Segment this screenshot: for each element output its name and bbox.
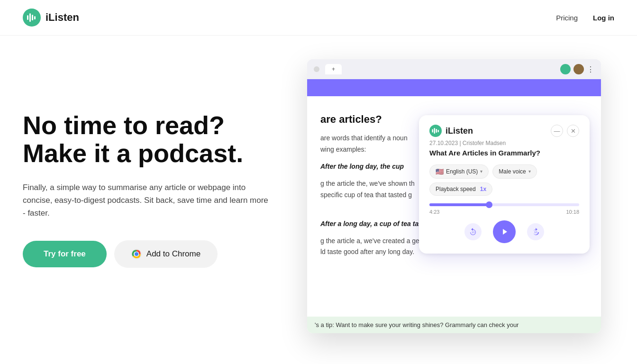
popup-minimize-button[interactable]: — [551, 125, 563, 137]
playback-label: Playback speed [436, 186, 476, 192]
browser-bar: + ⋮ [307, 59, 601, 79]
language-select[interactable]: 🇺🇸 English (US) ▾ [429, 164, 489, 179]
popup-time-row: 4:23 10:18 [429, 209, 579, 215]
add-to-chrome-label: Add to Chrome [146, 249, 200, 259]
svg-rect-3 [32, 15, 33, 20]
ext-icon-ilisten [560, 64, 571, 74]
popup-logo-text: iListen [446, 126, 473, 136]
browser-close-btn[interactable] [314, 66, 319, 72]
try-free-button[interactable]: Try for free [23, 241, 107, 267]
svg-point-7 [135, 253, 138, 255]
browser-content: are articles? are words that identify a … [307, 96, 601, 333]
total-time: 10:18 [566, 209, 579, 215]
popup-options: 🇺🇸 English (US) ▾ Male voice ▾ Playback … [429, 164, 579, 196]
ext-icon-other [573, 64, 584, 74]
svg-marker-14 [503, 229, 507, 235]
popup-date: 27.10.2023 | Cristofer Madsen [429, 140, 579, 146]
svg-rect-9 [432, 129, 434, 133]
svg-rect-11 [436, 129, 437, 133]
main-content: No time to read? Make it a podcast. Fina… [0, 36, 637, 364]
subheadline: Finally, a simple way to summarise any a… [23, 181, 269, 220]
svg-rect-1 [27, 15, 28, 20]
svg-text:10: 10 [534, 231, 537, 234]
rewind-icon: 10 [469, 228, 477, 236]
headline-line2: Make it a podcast. [23, 139, 243, 167]
nav-links: Pricing Log in [556, 14, 614, 22]
popup-header: iListen — ✕ [429, 125, 579, 137]
logo-area[interactable]: iListen [23, 9, 79, 27]
play-icon [500, 227, 509, 237]
svg-rect-10 [434, 128, 436, 134]
popup-logo-area: iListen [429, 125, 473, 137]
svg-rect-12 [438, 130, 439, 132]
browser-menu-dots: ⋮ [587, 65, 594, 74]
svg-point-8 [429, 125, 442, 137]
svg-rect-4 [34, 16, 36, 19]
right-panel: + ⋮ are articles? are words that identif… [307, 59, 614, 333]
popup-close-button[interactable]: ✕ [567, 125, 579, 137]
ilisten-popup: iListen — ✕ 27.10.2023 | Cristofer Madse… [419, 115, 590, 254]
svg-text:10: 10 [472, 231, 475, 234]
headline: No time to read? Make it a podcast. [23, 111, 279, 168]
login-link[interactable]: Log in [593, 14, 614, 22]
navbar: iListen Pricing Log in [0, 0, 637, 36]
popup-controls: — ✕ [551, 125, 579, 137]
play-button[interactable] [493, 220, 516, 243]
forward-button[interactable]: 10 [527, 223, 544, 240]
headline-line1: No time to read? [23, 111, 225, 139]
voice-chevron-icon: ▾ [528, 169, 531, 174]
progress-thumb [486, 201, 492, 208]
language-chevron-icon: ▾ [480, 169, 482, 174]
voice-select[interactable]: Male voice ▾ [492, 164, 537, 179]
article-tip-bar: 's a tip: Want to make sure your writing… [307, 317, 601, 333]
popup-article-title: What Are Articles in Grammarly? [429, 148, 579, 158]
left-panel: No time to read? Make it a podcast. Fina… [23, 64, 279, 268]
browser-ext-icons: ⋮ [560, 64, 594, 74]
language-label: English (US) [446, 168, 478, 175]
popup-logo-icon [429, 125, 442, 137]
ilisten-logo-icon [23, 9, 41, 27]
pricing-link[interactable]: Pricing [556, 14, 578, 22]
voice-label: Male voice [499, 168, 526, 175]
browser-toolbar [307, 79, 601, 96]
playback-speed-value: 1x [480, 186, 486, 192]
rewind-button[interactable]: 10 [464, 223, 482, 240]
progress-bar-fill [429, 203, 489, 206]
playback-controls: 10 10 [429, 220, 579, 243]
svg-rect-2 [29, 13, 31, 22]
forward-icon: 10 [531, 228, 540, 236]
chrome-icon [131, 249, 142, 259]
cta-buttons: Try for free Add to Chrome [23, 240, 279, 268]
flag-icon: 🇺🇸 [436, 168, 444, 175]
add-to-chrome-button[interactable]: Add to Chrome [114, 240, 218, 268]
playback-speed-select[interactable]: Playback speed 1x [429, 182, 492, 196]
logo-text: iListen [46, 11, 79, 24]
current-time: 4:23 [429, 209, 439, 215]
browser-new-tab[interactable]: + [325, 64, 342, 74]
browser-window: + ⋮ are articles? are words that identif… [307, 59, 601, 333]
progress-bar-track[interactable] [429, 203, 579, 206]
